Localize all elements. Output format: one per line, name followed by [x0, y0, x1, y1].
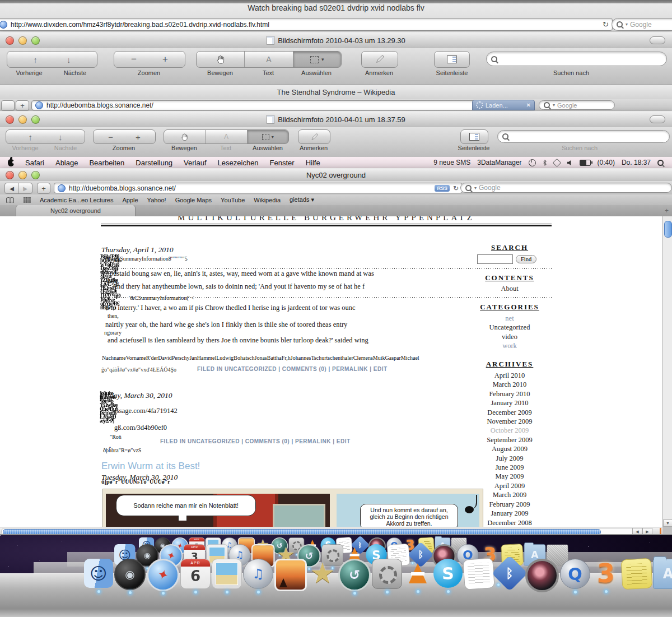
vertical-scrollbar-thumb[interactable] [664, 221, 672, 238]
menu-item[interactable]: Bearbeiten [83, 159, 130, 167]
find-button[interactable]: Find [516, 255, 536, 263]
volume-icon[interactable] [567, 160, 573, 166]
bookmark-item[interactable]: Apple [122, 197, 138, 203]
close-button[interactable] [6, 36, 14, 45]
url-field[interactable]: http://duebomba.blogs.sonance.net/ RSS ↻ [54, 183, 463, 193]
annotate-button[interactable] [361, 51, 398, 68]
window-controls[interactable] [6, 112, 44, 127]
window-controls[interactable] [6, 33, 44, 48]
menu-item[interactable]: Hilfe [300, 159, 326, 167]
archive-month-link[interactable]: February 2010 [473, 389, 546, 398]
post-footer-links[interactable]: FILED IN UNCATEGORIZED | COMMENTS (0) | … [160, 438, 351, 444]
reload-icon[interactable]: ↻ [603, 20, 609, 29]
prev-next-buttons[interactable]: ↑ ↓ [6, 129, 85, 144]
title-bar[interactable]: Bildschirmfoto 2010-04-03 um 13.29.30 [0, 32, 672, 49]
zoom-in-icon[interactable]: + [162, 54, 168, 65]
minimize-button[interactable] [18, 115, 27, 124]
new-tab-button[interactable]: + [16, 100, 29, 111]
vertical-scrollbar[interactable]: ▼ [662, 216, 672, 527]
menu-item[interactable]: Ablage [50, 159, 83, 167]
url-field[interactable]: http://duebomba.blogs.sonance.net/ [31, 100, 476, 110]
move-tool-button[interactable] [164, 133, 205, 141]
search-field[interactable]: ▾ Google [460, 183, 672, 193]
search-field[interactable] [497, 130, 670, 143]
bookmarks-icon[interactable] [6, 197, 15, 203]
category-link[interactable]: video [473, 332, 546, 341]
close-button[interactable] [6, 115, 14, 124]
sidebar-about-link[interactable]: About [473, 285, 546, 293]
bookmark-item[interactable]: Yahoo! [147, 197, 166, 203]
archive-month-link[interactable]: October 2009 [473, 426, 546, 435]
title-bar[interactable]: Nyc02 overground [0, 168, 672, 182]
archive-month-link[interactable]: March 2009 [473, 490, 546, 499]
zoom-button[interactable] [31, 115, 40, 124]
zoom-button[interactable] [31, 36, 40, 45]
sync-clock-icon[interactable] [529, 159, 536, 166]
search-field[interactable]: ▾ Google [539, 100, 615, 110]
sms-status[interactable]: 9 neue SMS [433, 159, 470, 166]
menu-item[interactable]: Fenster [264, 159, 300, 167]
archive-month-link[interactable]: August 2009 [473, 444, 546, 453]
archive-month-link[interactable]: December 2009 [473, 408, 546, 417]
arrow-up-icon[interactable]: ↑ [34, 55, 38, 64]
zoom-out-icon[interactable]: − [108, 132, 113, 142]
bookmark-item[interactable]: gietads ▾ [290, 196, 314, 203]
archive-month-link[interactable]: January 2009 [473, 509, 546, 518]
category-link[interactable]: Uncategorized [473, 323, 546, 332]
sidebar-button[interactable] [460, 129, 488, 144]
post-link[interactable]: gß.com/3d4b90ef0 [114, 424, 167, 432]
annotate-button[interactable] [298, 129, 330, 144]
text-tool-button[interactable]: A [205, 130, 247, 143]
horizontal-scrollbar[interactable]: ◀ ▶ [0, 527, 662, 535]
reload-icon[interactable]: ↻ [453, 184, 459, 192]
toolbar-toggle-button[interactable] [650, 115, 665, 123]
post-footer-links[interactable]: FILED IN UNCATEGORIZED | COMMENTS (0) | … [197, 366, 388, 372]
search-input[interactable] [477, 254, 513, 264]
toolbar-toggle-button[interactable] [650, 36, 665, 44]
new-tab-icon[interactable]: + [665, 207, 669, 215]
bookmark-item[interactable]: Google Maps [175, 197, 212, 203]
post-heading[interactable]: Erwin Wurm at its Best! [101, 461, 200, 472]
zoom-out-icon[interactable]: − [131, 54, 137, 65]
battery-icon[interactable] [580, 160, 591, 166]
menu-item[interactable]: Darstellung [130, 159, 178, 167]
apple-menu-icon[interactable] [8, 159, 14, 166]
menu-item[interactable]: Verlauf [178, 159, 212, 167]
top-sites-icon[interactable] [24, 197, 31, 203]
archive-month-link[interactable]: February 2009 [473, 500, 546, 509]
bluetooth-icon[interactable] [543, 159, 547, 166]
window-controls[interactable] [6, 169, 44, 182]
archive-month-link[interactable]: September 2009 [473, 435, 546, 444]
zoom-buttons[interactable]: − + [93, 129, 156, 144]
select-tool-button[interactable]: ▾ [248, 130, 288, 143]
zoom-in-icon[interactable]: + [136, 132, 141, 142]
menu-clock[interactable]: Do. 18:37 [622, 159, 651, 166]
loading-tab[interactable]: Laden... ✕ [472, 100, 535, 110]
category-link[interactable]: net [473, 314, 546, 323]
archive-month-link[interactable]: June 2009 [473, 463, 546, 472]
zoom-button[interactable] [31, 171, 40, 179]
close-tab-icon[interactable]: ✕ [526, 102, 531, 108]
back-button[interactable]: ◀ [4, 183, 19, 194]
category-link[interactable]: work [473, 341, 546, 350]
archive-month-link[interactable]: December 2008 [473, 518, 546, 527]
bookmark-item[interactable]: Academic Ea...eo Lectures [40, 197, 113, 203]
archive-month-link[interactable]: April 2009 [473, 481, 546, 490]
new-tab-button[interactable]: + [37, 183, 50, 194]
zoom-buttons[interactable]: − + [114, 51, 185, 68]
menu-item[interactable]: Lesezeichen [212, 159, 264, 167]
spotlight-icon[interactable] [657, 160, 664, 166]
search-field[interactable]: ▾ Google [612, 18, 672, 31]
text-tool-button[interactable]: A [244, 52, 293, 67]
archive-month-link[interactable]: April 2010 [473, 371, 546, 380]
archive-month-link[interactable]: May 2009 [473, 472, 546, 481]
forward-button[interactable]: ▶ [18, 183, 32, 194]
sidebar-button[interactable] [434, 51, 470, 68]
bookmark-item[interactable]: Wikipedia [254, 197, 281, 203]
airport-icon[interactable] [552, 158, 561, 167]
prev-next-buttons[interactable]: ↑ ↓ [7, 51, 97, 68]
bookmark-item[interactable]: YouTube [221, 197, 245, 203]
move-tool-button[interactable] [197, 54, 244, 64]
resize-grip[interactable] [660, 528, 661, 534]
arrow-down-icon[interactable]: ↓ [58, 132, 63, 142]
